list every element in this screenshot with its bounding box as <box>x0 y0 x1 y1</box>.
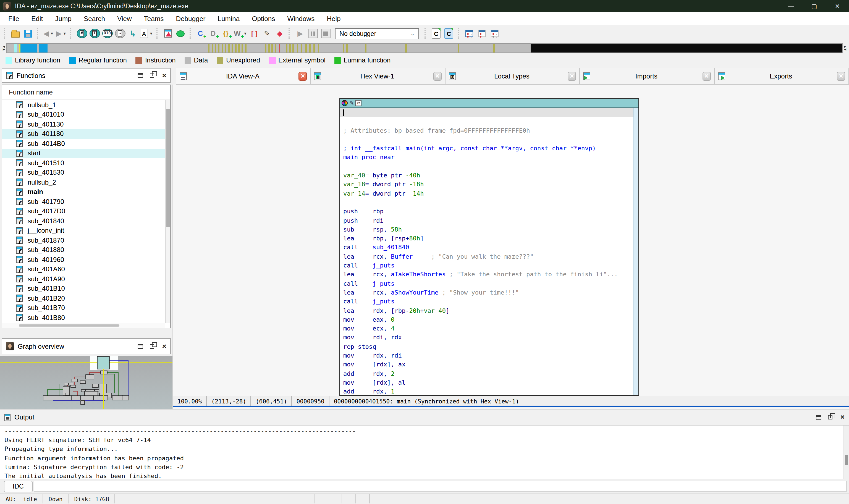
code-line[interactable]: lea rcx, Buffer ; "Can you walk the maze… <box>340 253 633 262</box>
function-list-item[interactable]: nullsub_1 <box>2 100 165 110</box>
graph-overview-canvas[interactable] <box>0 356 173 409</box>
code-line[interactable] <box>340 162 633 172</box>
scrollbar-thumb[interactable] <box>166 109 170 227</box>
code-line[interactable]: mov [rdx], ax <box>340 361 633 370</box>
code-line[interactable]: push rbp <box>340 208 633 217</box>
function-list-item[interactable]: sub_401180 <box>2 129 165 139</box>
function-list-item[interactable]: sub_401B70 <box>2 303 165 313</box>
make-data-button[interactable]: D <box>209 28 219 39</box>
code-line[interactable] <box>340 118 633 127</box>
maximize-panel-icon[interactable] <box>138 73 143 78</box>
make-struct-button[interactable]: {} <box>221 28 232 39</box>
minimize-button[interactable]: — <box>779 0 802 12</box>
function-list-item[interactable]: sub_401B20 <box>2 293 165 303</box>
flowchart-button[interactable] <box>163 28 174 39</box>
jump-to-address-button[interactable]: → <box>114 28 125 39</box>
menu-lumina[interactable]: Lumina <box>212 15 246 22</box>
output-scrollbar[interactable] <box>844 426 849 479</box>
jump-xref-button[interactable]: ↳ <box>127 28 138 39</box>
lumina-status-button[interactable] <box>175 28 186 39</box>
close-tab-icon[interactable]: ✕ <box>702 72 710 80</box>
close-tab-icon[interactable]: ✕ <box>568 72 576 80</box>
code-line[interactable]: lea rcx, aShowYourTime ; "Show your time… <box>340 288 633 298</box>
close-panel-icon[interactable]: × <box>162 343 166 349</box>
code-line[interactable]: call j_puts <box>340 297 633 306</box>
save-file-button[interactable] <box>23 28 34 39</box>
function-list-item[interactable]: nullsub_2 <box>2 177 165 187</box>
code-line[interactable]: var_14= dword ptr -14h <box>340 189 633 198</box>
close-panel-icon[interactable]: × <box>162 73 166 78</box>
calls-view-button[interactable] <box>464 28 475 39</box>
function-list-item[interactable]: sub_401A90 <box>2 274 165 284</box>
maximize-panel-icon[interactable] <box>816 415 821 420</box>
code-line[interactable]: ; Attributes: bp-based frame fpd=0FFFFFF… <box>340 126 633 136</box>
function-list-item[interactable]: sub_401870 <box>2 235 165 245</box>
function-list-item[interactable]: sub_401530 <box>2 168 165 177</box>
make-code-button[interactable]: C <box>196 28 207 39</box>
menu-jump[interactable]: Jump <box>49 15 78 22</box>
close-button[interactable]: ✕ <box>826 0 849 12</box>
close-tab-icon[interactable]: ✕ <box>433 72 441 80</box>
function-name-column-header[interactable]: Function name <box>2 85 170 100</box>
navigate-back-button[interactable]: ◀▼ <box>43 28 54 39</box>
tab-local-types[interactable]: Local Types✕ <box>446 68 580 84</box>
menu-file[interactable]: File <box>2 15 25 22</box>
code-line[interactable]: mov eax, 0 <box>340 316 633 325</box>
function-list-item[interactable]: sub_401840 <box>2 216 165 226</box>
edit-button[interactable]: ✎ <box>261 28 272 39</box>
pseudocode-button[interactable]: C <box>443 28 454 39</box>
quick-c-button[interactable]: C <box>431 28 441 39</box>
toolbar-handle[interactable] <box>289 28 291 39</box>
create-segment-button[interactable]: [ ] <box>249 28 260 39</box>
navigate-forward-button[interactable]: ▶▼ <box>56 28 67 39</box>
scrollbar-thumb[interactable] <box>19 324 120 327</box>
menu-help[interactable]: Help <box>321 15 347 22</box>
code-line[interactable] <box>340 136 633 145</box>
toolbar-handle[interactable] <box>37 28 40 39</box>
code-line[interactable]: mov rdi, rdx <box>340 334 633 343</box>
float-panel-icon[interactable] <box>150 73 155 78</box>
debugger-select[interactable]: No debugger⌄ <box>335 28 419 39</box>
tab-exports[interactable]: Exports✕ <box>715 68 849 84</box>
text-search-button[interactable]: A▼ <box>140 28 153 39</box>
code-line[interactable]: add rdx, 2 <box>340 370 633 379</box>
disassembly-listing[interactable]: ; Attributes: bp-based frame fpd=0FFFFFF… <box>340 108 633 395</box>
code-line[interactable]: var_40= byte ptr -40h <box>340 171 633 180</box>
float-panel-icon[interactable] <box>828 415 833 419</box>
menu-view[interactable]: View <box>111 15 138 22</box>
nav-scroll-left[interactable]: ◀▶ <box>2 45 6 51</box>
graph-overview-header[interactable]: Graph overview × <box>2 338 171 354</box>
menu-windows[interactable]: Windows <box>281 15 321 22</box>
function-list-item[interactable]: sub_401B80 <box>2 313 165 322</box>
patch-button[interactable]: ◆ <box>274 28 285 39</box>
tab-hex-view-1[interactable]: Hex View-1✕ <box>311 68 446 84</box>
disassembly-window-titlebar[interactable]: ✎ ⇄ <box>340 99 638 108</box>
debug-pause-button[interactable] <box>307 28 319 39</box>
function-list-item[interactable]: sub_4014B0 <box>2 139 165 148</box>
toolbar-handle[interactable] <box>4 28 7 39</box>
menu-search[interactable]: Search <box>78 15 111 22</box>
menu-teams[interactable]: Teams <box>138 15 170 22</box>
ida-view-canvas[interactable]: ✎ ⇄ ; Attributes: bp-based frame fpd=0FF… <box>173 85 849 396</box>
toolbar-handle[interactable] <box>424 28 427 39</box>
scrollbar-thumb[interactable] <box>845 455 848 465</box>
code-line[interactable]: mov ecx, 4 <box>340 324 633 334</box>
code-line[interactable]: call j_puts <box>340 262 633 271</box>
function-list-item[interactable]: sub_401790 <box>2 197 165 206</box>
toolbar-handle[interactable] <box>157 28 159 39</box>
code-line[interactable]: mov rdx, rdi <box>340 352 633 361</box>
close-tab-icon[interactable]: ✕ <box>837 72 845 80</box>
code-line[interactable] <box>340 198 633 208</box>
cli-input[interactable] <box>34 481 847 492</box>
menu-edit[interactable]: Edit <box>25 15 49 22</box>
function-list-item[interactable]: sub_401130 <box>2 119 165 129</box>
code-line[interactable]: push rdi <box>340 216 633 226</box>
functions-panel-header[interactable]: Functions × <box>2 68 171 83</box>
code-line[interactable]: mov [rdx], al <box>340 379 633 388</box>
functions-horizontal-scrollbar[interactable] <box>2 323 165 328</box>
maximize-button[interactable]: ▢ <box>802 0 826 12</box>
tab-ida-view-a[interactable]: IDA View-A✕ <box>176 68 311 84</box>
make-array-button[interactable]: W▼ <box>234 28 247 39</box>
close-tab-icon[interactable]: ✕ <box>299 72 307 80</box>
toolbar-handle[interactable] <box>70 28 73 39</box>
